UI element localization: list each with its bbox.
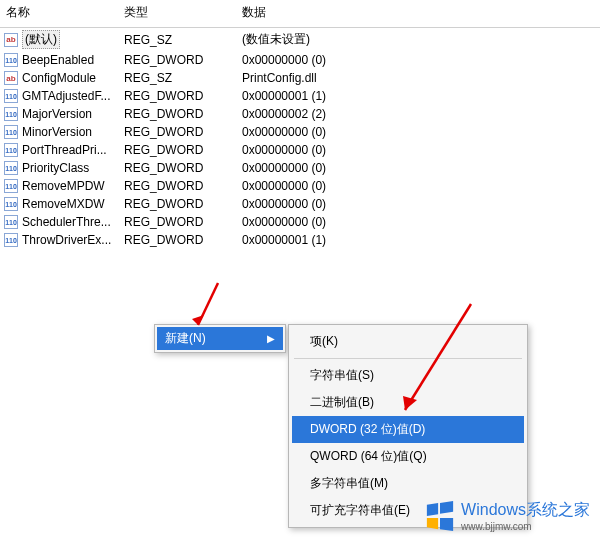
- string-icon: ab: [4, 33, 18, 47]
- cell-data: 0x00000001 (1): [242, 233, 600, 247]
- cell-type: REG_DWORD: [124, 107, 242, 121]
- table-row[interactable]: 110RemoveMXDW REG_DWORD 0x00000000 (0): [0, 195, 600, 213]
- menu-item-label: 可扩充字符串值(E): [310, 503, 410, 517]
- table-row[interactable]: 110SchedulerThre... REG_DWORD 0x00000000…: [0, 213, 600, 231]
- table-row[interactable]: 110BeepEnabled REG_DWORD 0x00000000 (0): [0, 51, 600, 69]
- string-icon: ab: [4, 71, 18, 85]
- menu-item-multi-string-value[interactable]: 多字符串值(M): [292, 470, 524, 497]
- menu-item-qword-value[interactable]: QWORD (64 位)值(Q): [292, 443, 524, 470]
- dword-icon: 110: [4, 89, 18, 103]
- cell-data: 0x00000000 (0): [242, 197, 600, 211]
- cell-type: REG_DWORD: [124, 233, 242, 247]
- cell-name: ThrowDriverEx...: [22, 233, 111, 247]
- cell-type: REG_DWORD: [124, 215, 242, 229]
- svg-line-0: [198, 283, 218, 325]
- menu-item-label: QWORD (64 位)值(Q): [310, 449, 427, 463]
- dword-icon: 110: [4, 197, 18, 211]
- cell-type: REG_DWORD: [124, 143, 242, 157]
- cell-data: PrintConfig.dll: [242, 71, 600, 85]
- cell-name: BeepEnabled: [22, 53, 94, 67]
- dword-icon: 110: [4, 125, 18, 139]
- submenu-arrow-icon: ▶: [267, 333, 275, 344]
- cell-data: 0x00000000 (0): [242, 125, 600, 139]
- table-row[interactable]: 110MinorVersion REG_DWORD 0x00000000 (0): [0, 123, 600, 141]
- menu-separator: [294, 358, 522, 359]
- dword-icon: 110: [4, 107, 18, 121]
- cell-type: REG_DWORD: [124, 179, 242, 193]
- cell-name: RemoveMXDW: [22, 197, 105, 211]
- menu-item-label: DWORD (32 位)值(D): [310, 422, 425, 436]
- watermark-url: www.bjjmw.com: [461, 521, 590, 532]
- header-name[interactable]: 名称: [6, 4, 124, 21]
- context-menu: 新建(N) ▶: [154, 324, 286, 353]
- dword-icon: 110: [4, 143, 18, 157]
- cell-data: 0x00000002 (2): [242, 107, 600, 121]
- menu-item-new[interactable]: 新建(N) ▶: [157, 327, 283, 350]
- cell-name: MajorVersion: [22, 107, 92, 121]
- cell-data: 0x00000000 (0): [242, 215, 600, 229]
- watermark: Windows系统之家 www.bjjmw.com: [425, 500, 590, 532]
- cell-name: SchedulerThre...: [22, 215, 111, 229]
- table-header: 名称 类型 数据: [0, 0, 600, 28]
- cell-data: 0x00000001 (1): [242, 89, 600, 103]
- cell-data: 0x00000000 (0): [242, 179, 600, 193]
- windows-logo-icon: [425, 501, 455, 531]
- cell-name: PortThreadPri...: [22, 143, 107, 157]
- cell-name: (默认): [22, 30, 60, 49]
- cell-type: REG_DWORD: [124, 53, 242, 67]
- cell-data: 0x00000000 (0): [242, 161, 600, 175]
- table-row[interactable]: 110PriorityClass REG_DWORD 0x00000000 (0…: [0, 159, 600, 177]
- cell-type: REG_DWORD: [124, 161, 242, 175]
- dword-icon: 110: [4, 53, 18, 67]
- table-row[interactable]: abConfigModule REG_SZ PrintConfig.dll: [0, 69, 600, 87]
- cell-type: REG_DWORD: [124, 89, 242, 103]
- menu-item-key[interactable]: 项(K): [292, 328, 524, 355]
- menu-item-label: 字符串值(S): [310, 368, 374, 382]
- cell-name: MinorVersion: [22, 125, 92, 139]
- cell-name: PriorityClass: [22, 161, 89, 175]
- cell-type: REG_DWORD: [124, 125, 242, 139]
- cell-type: REG_SZ: [124, 71, 242, 85]
- menu-item-label: 二进制值(B): [310, 395, 374, 409]
- dword-icon: 110: [4, 161, 18, 175]
- context-submenu: 项(K) 字符串值(S) 二进制值(B) DWORD (32 位)值(D) QW…: [288, 324, 528, 528]
- header-data[interactable]: 数据: [242, 4, 600, 21]
- table-row[interactable]: 110RemoveMPDW REG_DWORD 0x00000000 (0): [0, 177, 600, 195]
- header-type[interactable]: 类型: [124, 4, 242, 21]
- dword-icon: 110: [4, 233, 18, 247]
- cell-data: 0x00000000 (0): [242, 53, 600, 67]
- table-row[interactable]: ab(默认) REG_SZ (数值未设置): [0, 28, 600, 51]
- cell-type: REG_SZ: [124, 33, 242, 47]
- dword-icon: 110: [4, 179, 18, 193]
- cell-data: (数值未设置): [242, 31, 600, 48]
- menu-item-label: 项(K): [310, 334, 338, 348]
- cell-name: GMTAdjustedF...: [22, 89, 110, 103]
- menu-item-binary-value[interactable]: 二进制值(B): [292, 389, 524, 416]
- table-row[interactable]: 110GMTAdjustedF... REG_DWORD 0x00000001 …: [0, 87, 600, 105]
- table-row[interactable]: 110ThrowDriverEx... REG_DWORD 0x00000001…: [0, 231, 600, 249]
- cell-name: RemoveMPDW: [22, 179, 105, 193]
- registry-table: ab(默认) REG_SZ (数值未设置) 110BeepEnabled REG…: [0, 28, 600, 249]
- menu-item-dword-value[interactable]: DWORD (32 位)值(D): [292, 416, 524, 443]
- cell-name: ConfigModule: [22, 71, 96, 85]
- cell-data: 0x00000000 (0): [242, 143, 600, 157]
- table-row[interactable]: 110MajorVersion REG_DWORD 0x00000002 (2): [0, 105, 600, 123]
- menu-item-string-value[interactable]: 字符串值(S): [292, 362, 524, 389]
- cell-type: REG_DWORD: [124, 197, 242, 211]
- dword-icon: 110: [4, 215, 18, 229]
- watermark-title: Windows系统之家: [461, 500, 590, 521]
- menu-item-label: 多字符串值(M): [310, 476, 388, 490]
- menu-item-label: 新建(N): [165, 330, 206, 347]
- table-row[interactable]: 110PortThreadPri... REG_DWORD 0x00000000…: [0, 141, 600, 159]
